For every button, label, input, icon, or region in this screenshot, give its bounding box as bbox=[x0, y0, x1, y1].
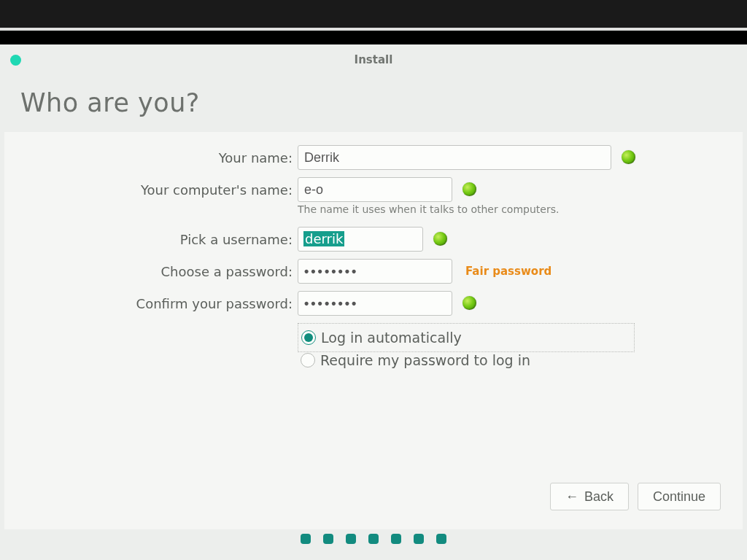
password-strength-label: Fair password bbox=[465, 265, 551, 278]
pager-dot bbox=[323, 534, 333, 544]
progress-pager bbox=[0, 533, 747, 547]
desktop-top-bar bbox=[0, 0, 747, 28]
label-computer: Your computer's name: bbox=[4, 177, 293, 203]
pager-dot bbox=[391, 534, 401, 544]
row-computer: Your computer's name: The name it uses w… bbox=[4, 177, 743, 227]
radio-require-label: Require my password to log in bbox=[320, 352, 530, 368]
label-password: Choose a password: bbox=[4, 259, 293, 285]
pager-dot bbox=[368, 534, 379, 544]
password-input[interactable] bbox=[298, 259, 452, 284]
window-accent-dot bbox=[10, 55, 21, 66]
row-login-auto: Log in automatically bbox=[4, 323, 743, 349]
form-panel: Your name: Your computer's name: The nam… bbox=[4, 132, 743, 529]
radio-auto-icon bbox=[301, 330, 316, 345]
pager-dot bbox=[414, 534, 424, 544]
computer-valid-icon bbox=[462, 182, 476, 196]
label-confirm: Confirm your password: bbox=[4, 291, 293, 317]
name-input[interactable] bbox=[298, 145, 611, 170]
username-valid-icon bbox=[433, 232, 447, 246]
continue-button-label: Continue bbox=[653, 489, 705, 505]
continue-button[interactable]: Continue bbox=[638, 483, 721, 510]
back-button-label: Back bbox=[584, 489, 614, 505]
row-name: Your name: bbox=[4, 145, 743, 177]
label-username: Pick a username: bbox=[4, 227, 293, 253]
pager-dot bbox=[436, 534, 446, 544]
back-button[interactable]: ← Back bbox=[550, 483, 629, 510]
user-form: Your name: Your computer's name: The nam… bbox=[4, 145, 743, 376]
pager-dot bbox=[346, 534, 356, 544]
row-confirm: Confirm your password: bbox=[4, 291, 743, 323]
row-username: Pick a username: derrik bbox=[4, 227, 743, 259]
wizard-buttons: ← Back Continue bbox=[550, 483, 721, 510]
confirm-valid-icon bbox=[462, 296, 476, 310]
login-auto-option[interactable]: Log in automatically bbox=[298, 323, 635, 352]
label-name: Your name: bbox=[4, 145, 293, 171]
username-selected-text: derrik bbox=[303, 231, 344, 246]
row-password: Choose a password: Fair password bbox=[4, 259, 743, 291]
window-title: Install bbox=[355, 53, 393, 66]
radio-require-icon bbox=[301, 353, 315, 368]
row-login-require: Require my password to log in bbox=[4, 349, 743, 376]
login-require-option[interactable]: Require my password to log in bbox=[298, 349, 635, 371]
computer-name-hint: The name it uses when it talks to other … bbox=[298, 203, 559, 215]
name-valid-icon bbox=[622, 150, 635, 164]
back-arrow-icon: ← bbox=[565, 489, 578, 505]
radio-auto-label: Log in automatically bbox=[321, 330, 462, 346]
page-title: Who are you? bbox=[20, 88, 200, 117]
confirm-password-input[interactable] bbox=[298, 291, 452, 316]
pager-dot bbox=[301, 534, 311, 544]
window-titlebar: Install bbox=[0, 44, 747, 75]
desktop-top-bar-shadow bbox=[0, 31, 747, 44]
installer-window: Install Who are you? Your name: Your com… bbox=[0, 44, 747, 560]
computer-name-input[interactable] bbox=[298, 177, 452, 202]
